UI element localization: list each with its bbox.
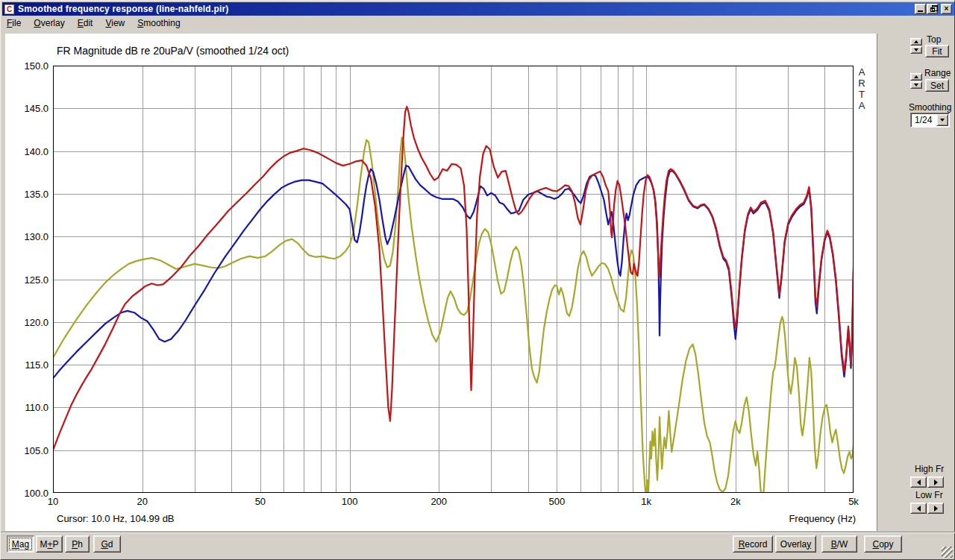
x-tick-label: 200 <box>430 496 447 507</box>
x-tick-label: 1k <box>641 496 651 507</box>
y-tick-label: 100.0 <box>14 488 48 499</box>
low-fr-right-button[interactable] <box>927 503 944 514</box>
x-tick-label: 10 <box>48 496 58 507</box>
app-icon[interactable]: C <box>4 4 14 14</box>
x-tick-label: 50 <box>255 496 266 507</box>
window-title: Smoothed frequency response (line-nahfel… <box>18 4 229 14</box>
smoothing-label: Smoothing <box>909 102 951 113</box>
restore-button[interactable] <box>927 4 938 14</box>
high-fr-label: High Fr <box>915 464 944 474</box>
toolbar-separator <box>1 532 955 533</box>
right-arrow-icon <box>934 506 938 512</box>
restore-icon <box>930 7 935 12</box>
smoothing-value: 1/24 <box>915 115 932 125</box>
left-arrow-icon <box>917 479 921 485</box>
chart-panel: FR Magnitude dB re 20uPa/V (smoothed 1/2… <box>5 34 877 531</box>
high-fr-right-button[interactable] <box>927 476 944 488</box>
y-tick-label: 135.0 <box>14 188 48 199</box>
copy-button[interactable]: Copy <box>864 535 902 553</box>
set-button[interactable]: Set <box>925 79 949 92</box>
minimize-icon <box>918 10 923 12</box>
range-spin-up-button[interactable] <box>910 73 922 81</box>
x-tick-label: 500 <box>549 496 566 507</box>
watermark-letter: T <box>859 89 865 100</box>
range-spin-down-button[interactable] <box>910 81 922 89</box>
up-arrow-icon <box>914 75 918 78</box>
down-arrow-icon <box>914 48 918 51</box>
menu-item-smoothing[interactable]: Smoothing <box>133 16 184 30</box>
watermark-letter: A <box>859 66 865 78</box>
down-arrow-icon <box>914 84 918 86</box>
overlay-button[interactable]: Overlay <box>775 535 816 553</box>
blue-trace-curve <box>53 166 854 378</box>
frequency-response-chart <box>53 66 854 493</box>
m-p-button[interactable]: M+P <box>36 535 63 553</box>
menu-item-overlay[interactable]: Overlay <box>29 16 69 30</box>
cursor-readout: Cursor: 10.0 Hz, 104.99 dB <box>57 513 175 524</box>
watermark-letter: A <box>859 100 865 111</box>
low-fr-label: Low Fr <box>915 490 943 500</box>
top-spin-up-button[interactable] <box>910 38 922 45</box>
b-w-button[interactable]: B/W <box>821 535 857 553</box>
red-trace-curve <box>53 107 854 450</box>
low-fr-left-button[interactable] <box>910 503 927 514</box>
arta-watermark: ARTA <box>857 66 867 111</box>
x-axis-title: Frequency (Hz) <box>789 513 856 524</box>
x-tick-label: 20 <box>137 496 147 507</box>
combo-dropdown-button[interactable] <box>936 114 948 126</box>
record-button[interactable]: Record <box>733 535 773 553</box>
right-arrow-icon <box>934 479 938 485</box>
watermark-letter: R <box>858 78 865 89</box>
gd-button[interactable]: Gd <box>93 535 121 553</box>
top-spin-down-button[interactable] <box>910 46 922 54</box>
arta-window: C Smoothed frequency response (line-nahf… <box>0 0 955 560</box>
chart-title: FR Magnitude dB re 20uPa/V (smoothed 1/2… <box>57 45 289 57</box>
fit-button[interactable]: Fit <box>925 45 949 57</box>
close-button[interactable]: × <box>941 4 952 14</box>
y-tick-label: 120.0 <box>14 316 48 327</box>
left-arrow-icon <box>917 506 921 512</box>
menu-item-edit[interactable]: Edit <box>73 16 98 30</box>
up-arrow-icon <box>914 40 918 43</box>
y-tick-label: 125.0 <box>14 274 48 285</box>
y-tick-label: 130.0 <box>14 231 48 242</box>
resize-grip[interactable] <box>942 547 953 558</box>
menu-item-file[interactable]: File <box>2 16 25 30</box>
range-label: Range <box>924 68 951 78</box>
minimize-button[interactable] <box>915 4 926 14</box>
x-tick-label: 2k <box>730 496 741 507</box>
y-tick-label: 105.0 <box>14 444 48 456</box>
plot-area[interactable] <box>53 66 854 493</box>
y-tick-label: 110.0 <box>14 402 48 413</box>
smoothing-combobox[interactable]: 1/24 <box>910 113 950 128</box>
top-label: Top <box>927 34 941 45</box>
high-fr-left-button[interactable] <box>910 476 927 488</box>
x-tick-label: 100 <box>342 496 358 507</box>
y-tick-label: 115.0 <box>14 359 48 371</box>
y-tick-label: 145.0 <box>14 103 48 114</box>
mag-button[interactable]: Mag <box>7 535 34 553</box>
chevron-down-icon <box>940 119 945 122</box>
x-tick-label: 5k <box>848 496 859 507</box>
title-bar[interactable]: C Smoothed frequency response (line-nahf… <box>2 2 954 16</box>
menu-bar: FileOverlayEditViewSmoothing <box>2 16 954 30</box>
menu-item-view[interactable]: View <box>101 16 129 30</box>
ph-button[interactable]: Ph <box>65 535 90 553</box>
y-tick-label: 150.0 <box>14 60 48 72</box>
y-tick-label: 140.0 <box>14 145 48 157</box>
